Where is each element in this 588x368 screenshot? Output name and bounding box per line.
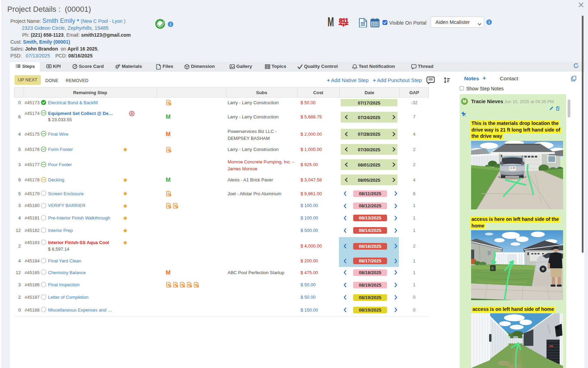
svg-text:S: S xyxy=(131,112,133,115)
svg-text:811: 811 xyxy=(339,17,349,24)
